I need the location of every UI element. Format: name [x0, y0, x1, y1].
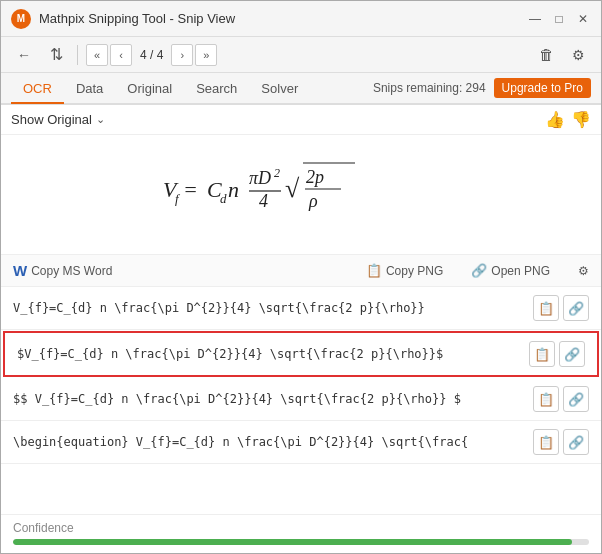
latex-list: V_{f}=C_{d} n \frac{\pi D^{2}}{4} \sqrt{… — [1, 287, 601, 514]
copy-row-button-2[interactable]: 📋 — [529, 341, 555, 367]
math-display: V f = C d n πD 2 4 √ 2p ρ — [1, 135, 601, 255]
open-png-button[interactable]: 🔗 Open PNG — [471, 263, 550, 278]
svg-text:n: n — [228, 177, 239, 202]
word-icon: W — [13, 262, 27, 279]
last-page-button[interactable]: » — [195, 44, 217, 66]
copy-settings-icon: ⚙ — [578, 264, 589, 278]
formula-svg: V f = C d n πD 2 4 √ 2p ρ — [161, 149, 441, 229]
latex-row[interactable]: $$ V_{f}=C_{d} n \frac{\pi D^{2}}{4} \sq… — [1, 378, 601, 421]
svg-text:2: 2 — [274, 166, 280, 180]
row-actions: 📋 🔗 — [533, 386, 589, 412]
row-actions: 📋 🔗 — [529, 341, 585, 367]
confidence-section: Confidence — [1, 514, 601, 553]
copy-png-label: Copy PNG — [386, 264, 443, 278]
open-row-button-1[interactable]: 🔗 — [563, 295, 589, 321]
back-button[interactable]: ← — [11, 42, 37, 68]
tab-data[interactable]: Data — [64, 75, 115, 104]
copy-row-button-3[interactable]: 📋 — [533, 386, 559, 412]
nav-group: « ‹ 4 / 4 › » — [86, 44, 217, 66]
maximize-button[interactable]: □ — [551, 11, 567, 27]
copy-row-button-4[interactable]: 📋 — [533, 429, 559, 455]
tab-bar: OCR Data Original Search Solver Snips re… — [1, 73, 601, 105]
copy-png-icon: 📋 — [366, 263, 382, 278]
main-window: M Mathpix Snipping Tool - Snip View — □ … — [0, 0, 602, 554]
open-png-icon: 🔗 — [471, 263, 487, 278]
svg-text:2p: 2p — [306, 167, 324, 187]
latex-row[interactable]: V_{f}=C_{d} n \frac{\pi D^{2}}{4} \sqrt{… — [1, 287, 601, 330]
page-counter: 4 / 4 — [134, 48, 169, 62]
copy-settings-button[interactable]: ⚙ — [578, 264, 589, 278]
open-row-button-4[interactable]: 🔗 — [563, 429, 589, 455]
show-original-bar: Show Original ⌄ 👍 👎 — [1, 105, 601, 135]
minimize-button[interactable]: — — [527, 11, 543, 27]
row-actions: 📋 🔗 — [533, 429, 589, 455]
thumbdown-icon[interactable]: 👎 — [571, 110, 591, 129]
latex-text: V_{f}=C_{d} n \frac{\pi D^{2}}{4} \sqrt{… — [13, 301, 529, 315]
chevron-down-icon: ⌄ — [96, 113, 105, 126]
confidence-bar-background — [13, 539, 589, 545]
copy-row-button-1[interactable]: 📋 — [533, 295, 559, 321]
tab-search[interactable]: Search — [184, 75, 249, 104]
copy-png-button[interactable]: 📋 Copy PNG — [366, 263, 443, 278]
row-actions: 📋 🔗 — [533, 295, 589, 321]
svg-text:d: d — [220, 191, 227, 206]
toolbar: ← ⇅ « ‹ 4 / 4 › » 🗑 ⚙ — [1, 37, 601, 73]
tab-original[interactable]: Original — [115, 75, 184, 104]
window-title: Mathpix Snipping Tool - Snip View — [39, 11, 519, 26]
open-png-label: Open PNG — [491, 264, 550, 278]
feedback-group: 👍 👎 — [545, 110, 591, 129]
copy-bar: W Copy MS Word 📋 Copy PNG 🔗 Open PNG ⚙ — [1, 255, 601, 287]
svg-text:f: f — [175, 191, 181, 206]
open-row-button-3[interactable]: 🔗 — [563, 386, 589, 412]
next-page-button[interactable]: › — [171, 44, 193, 66]
thumbup-icon[interactable]: 👍 — [545, 110, 565, 129]
svg-text:ρ: ρ — [308, 191, 318, 211]
svg-text:=: = — [183, 177, 198, 202]
history-button[interactable]: ⇅ — [43, 42, 69, 68]
show-original-button[interactable]: Show Original ⌄ — [11, 112, 105, 127]
app-logo: M — [11, 9, 31, 29]
tab-ocr[interactable]: OCR — [11, 75, 64, 104]
snips-remaining: Snips remaining: 294 — [373, 81, 486, 95]
svg-text:πD: πD — [249, 168, 271, 188]
latex-row-selected[interactable]: $V_{f}=C_{d} n \frac{\pi D^{2}}{4} \sqrt… — [3, 331, 599, 377]
copy-ms-word-label: Copy MS Word — [31, 264, 112, 278]
window-controls: — □ ✕ — [527, 11, 591, 27]
copy-ms-word-button[interactable]: W Copy MS Word — [13, 262, 112, 279]
confidence-bar-fill — [13, 539, 572, 545]
title-bar: M Mathpix Snipping Tool - Snip View — □ … — [1, 1, 601, 37]
delete-button[interactable]: 🗑 — [533, 42, 559, 68]
svg-text:4: 4 — [259, 191, 268, 211]
first-page-button[interactable]: « — [86, 44, 108, 66]
prev-page-button[interactable]: ‹ — [110, 44, 132, 66]
upgrade-button[interactable]: Upgrade to Pro — [494, 78, 591, 98]
svg-text:√: √ — [285, 174, 300, 203]
toolbar-separator — [77, 45, 78, 65]
show-original-label: Show Original — [11, 112, 92, 127]
latex-text: $V_{f}=C_{d} n \frac{\pi D^{2}}{4} \sqrt… — [17, 347, 525, 361]
tab-solver[interactable]: Solver — [249, 75, 310, 104]
settings-button[interactable]: ⚙ — [565, 42, 591, 68]
math-formula: V f = C d n πD 2 4 √ 2p ρ — [161, 149, 441, 240]
close-button[interactable]: ✕ — [575, 11, 591, 27]
confidence-label: Confidence — [13, 521, 589, 535]
latex-text: $$ V_{f}=C_{d} n \frac{\pi D^{2}}{4} \sq… — [13, 392, 529, 406]
latex-row[interactable]: \begin{equation} V_{f}=C_{d} n \frac{\pi… — [1, 421, 601, 464]
latex-text: \begin{equation} V_{f}=C_{d} n \frac{\pi… — [13, 435, 529, 449]
open-row-button-2[interactable]: 🔗 — [559, 341, 585, 367]
